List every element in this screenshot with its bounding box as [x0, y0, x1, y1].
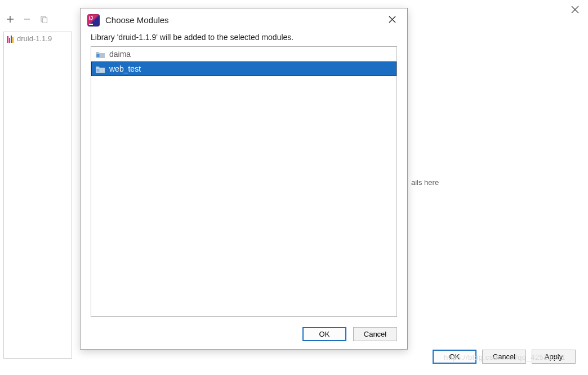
remove-icon — [23, 15, 31, 23]
parent-cancel-button[interactable]: Cancel — [482, 350, 526, 364]
library-item-label: druid-1.1.9 — [17, 34, 52, 43]
copy-button[interactable] — [39, 15, 48, 24]
folder-icon — [96, 65, 105, 73]
svg-rect-1 — [43, 18, 47, 23]
svg-rect-2 — [97, 54, 100, 57]
dialog-title: Choose Modules — [105, 15, 378, 25]
module-row[interactable]: web_test — [91, 61, 397, 76]
close-icon — [571, 6, 579, 14]
svg-rect-3 — [97, 69, 100, 72]
parent-apply-button[interactable]: Apply — [532, 350, 576, 364]
dialog-titlebar: Choose Modules — [81, 8, 407, 33]
dialog-button-row: OK Cancel — [81, 320, 407, 349]
parent-toolbar — [6, 15, 48, 24]
module-listbox[interactable]: daima web_test — [91, 46, 397, 317]
add-icon — [6, 15, 14, 23]
dialog-body: Library 'druid-1.1.9' will be added to t… — [81, 33, 407, 320]
library-item-druid[interactable]: druid-1.1.9 — [4, 32, 72, 45]
dialog-ok-button[interactable]: OK — [302, 327, 346, 341]
add-button[interactable] — [6, 15, 15, 24]
libraries-sidebar: druid-1.1.9 — [3, 32, 72, 359]
module-row[interactable]: daima — [91, 47, 397, 61]
close-icon — [389, 16, 396, 23]
details-placeholder-text: ails here — [411, 178, 439, 187]
parent-ok-button[interactable]: OK — [433, 350, 476, 364]
parent-close-button[interactable] — [571, 3, 579, 16]
copy-icon — [40, 15, 48, 23]
dialog-cancel-button[interactable]: Cancel — [353, 327, 397, 341]
dialog-message: Library 'druid-1.1.9' will be added to t… — [91, 33, 397, 42]
module-row-label: daima — [109, 50, 131, 59]
folder-icon — [96, 51, 105, 58]
choose-modules-dialog: Choose Modules Library 'druid-1.1.9' wil… — [80, 8, 408, 350]
dialog-close-button[interactable] — [384, 13, 400, 27]
module-row-label: web_test — [109, 64, 141, 73]
parent-button-row: OK Cancel Apply — [433, 350, 576, 364]
library-bars-icon — [7, 35, 14, 43]
remove-button[interactable] — [23, 15, 32, 24]
intellij-logo-icon — [87, 14, 100, 27]
